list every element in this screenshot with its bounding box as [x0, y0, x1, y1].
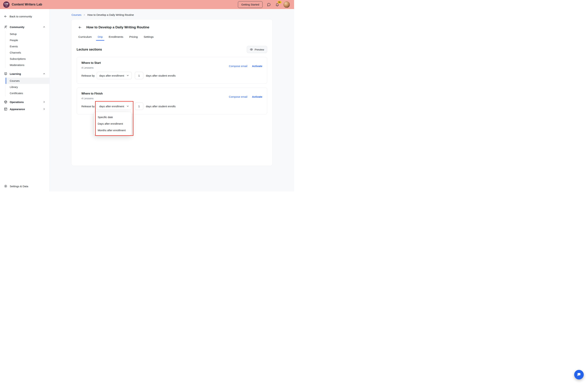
notifications-button[interactable]: 9+: [275, 2, 280, 7]
sidebar: Back to community Community: [0, 9, 50, 191]
menu-option-months-after-enrollment[interactable]: Months after enrollment: [94, 127, 131, 134]
chevron-right-icon: [43, 108, 45, 111]
sidebar-item-events[interactable]: Events: [6, 43, 49, 49]
lecture-sections-header: Lecture sections Preview: [77, 46, 267, 53]
tab-enrollments[interactable]: Enrollments: [108, 34, 124, 41]
main-content: Courses How to Develop a Daily Writing R…: [50, 9, 294, 191]
chevron-down-icon: [126, 74, 129, 77]
sidebar-group-appearance-label: Appearance: [10, 108, 25, 111]
sidebar-item-certificates[interactable]: Certificates: [6, 90, 49, 96]
days-suffix-label: days after student enrolls: [146, 74, 176, 77]
lecture-section-where-to-finish: Where to FInish 4 Lessons Compose email …: [77, 88, 267, 114]
section-title: Where to Start: [82, 61, 101, 65]
chevron-up-icon: [43, 72, 45, 75]
settings-and-data-label: Settings & Data: [10, 185, 28, 188]
back-button[interactable]: [78, 25, 82, 29]
sidebar-item-library[interactable]: Library: [6, 84, 49, 90]
sidebar-group-appearance[interactable]: Appearance: [0, 106, 49, 113]
activate-link[interactable]: Activate: [252, 95, 262, 98]
activate-link[interactable]: Activate: [252, 65, 262, 68]
sidebar-group-community-label: Community: [10, 25, 24, 28]
community-items: Setup People Events Channels Subscriptio…: [5, 31, 49, 68]
course-header: How to Develop a Daily Writing Routine: [77, 25, 267, 29]
back-to-community-link[interactable]: Back to community: [0, 14, 49, 19]
chevron-right-icon: [83, 14, 85, 16]
top-header: CW Lab Content Writers Lab Getting Start…: [0, 0, 294, 9]
sidebar-nav: Community Setup People Events Channels S…: [0, 23, 49, 181]
community-icon: [4, 25, 7, 29]
sidebar-group-learning[interactable]: Learning: [0, 70, 49, 77]
header-actions: Getting Started 9+: [238, 1, 290, 8]
sidebar-item-channels[interactable]: Channels: [6, 49, 49, 56]
breadcrumb-courses-link[interactable]: Courses: [72, 13, 82, 16]
user-avatar[interactable]: [283, 1, 290, 8]
tab-drip[interactable]: Drip: [97, 34, 103, 41]
days-input[interactable]: [135, 72, 143, 79]
learning-items: Courses Library Certificates: [5, 78, 49, 96]
section-lessons-count: 4 Lessons: [82, 97, 103, 100]
tab-settings[interactable]: Settings: [143, 34, 154, 41]
chevron-up-icon: [43, 25, 45, 28]
chevron-right-icon: [43, 101, 45, 103]
getting-started-button[interactable]: Getting Started: [238, 1, 263, 8]
eye-icon: [250, 48, 253, 51]
days-input[interactable]: [135, 103, 143, 110]
sidebar-item-people[interactable]: People: [6, 37, 49, 43]
compose-email-link[interactable]: Compose email: [229, 95, 247, 98]
course-card: How to Develop a Daily Writing Routine C…: [71, 19, 273, 166]
breadcrumb: Courses How to Develop a Daily Writing R…: [71, 13, 273, 16]
logo-subtext: Lab: [5, 5, 7, 6]
sidebar-item-moderations[interactable]: Moderations: [6, 62, 49, 68]
settings-and-data-link[interactable]: Settings & Data: [0, 181, 49, 191]
lecture-sections-title: Lecture sections: [77, 48, 102, 51]
days-suffix-label: days after student enrolls: [146, 105, 176, 108]
release-type-value: days after enrollment: [99, 105, 124, 108]
book-icon: [4, 72, 7, 75]
release-type-menu: Specific date Days after enrollment Mont…: [94, 112, 131, 135]
sidebar-item-setup[interactable]: Setup: [6, 31, 49, 37]
release-type-dropdown[interactable]: days after enrollment: [97, 72, 132, 79]
menu-option-specific-date[interactable]: Specific date: [94, 114, 131, 120]
sidebar-group-community[interactable]: Community: [0, 23, 49, 30]
community-logo[interactable]: CW Lab: [3, 1, 10, 8]
cube-icon: [4, 100, 7, 104]
lecture-section-where-to-start: Where to Start 4 Lessons Compose email A…: [77, 57, 267, 84]
community-title: Content Writers Lab: [12, 3, 42, 6]
release-type-value: days after enrollment: [99, 74, 124, 77]
layout-icon: [4, 107, 7, 111]
arrow-left-icon: [4, 15, 7, 18]
compose-email-link[interactable]: Compose email: [229, 65, 247, 68]
section-title: Where to FInish: [82, 92, 103, 95]
section-lessons-count: 4 Lessons: [82, 66, 101, 69]
release-type-dropdown-wrap: days after enrollment Specific date Days…: [97, 103, 132, 110]
notification-count-badge: 9+: [278, 1, 281, 4]
logo-text: CW: [4, 3, 8, 5]
back-to-community-label: Back to community: [10, 15, 32, 18]
menu-option-days-after-enrollment[interactable]: Days after enrollment: [94, 120, 131, 127]
chat-bubble-icon: [267, 3, 271, 7]
chevron-down-icon: [126, 105, 129, 108]
tab-curriculum[interactable]: Curriculum: [78, 34, 92, 41]
preview-button[interactable]: Preview: [247, 46, 267, 53]
tab-pricing[interactable]: Pricing: [129, 34, 138, 41]
sidebar-group-operations-label: Operations: [10, 101, 24, 104]
sidebar-group-operations[interactable]: Operations: [0, 98, 49, 106]
sidebar-item-courses[interactable]: Courses: [6, 78, 49, 84]
gear-icon: [4, 184, 7, 188]
sidebar-group-learning-label: Learning: [10, 72, 21, 75]
arrow-left-icon: [78, 25, 82, 29]
brand: CW Lab Content Writers Lab: [3, 1, 42, 8]
preview-label: Preview: [254, 48, 264, 51]
release-by-label: Release by: [82, 74, 95, 77]
page-title: How to Develop a Daily Writing Routine: [86, 25, 149, 29]
messages-button[interactable]: [266, 2, 271, 7]
release-type-dropdown[interactable]: days after enrollment: [97, 103, 132, 110]
release-by-label: Release by: [82, 105, 95, 108]
sidebar-item-subscriptions[interactable]: Subscriptions: [6, 56, 49, 62]
breadcrumb-current: How to Develop a Daily Writing Routine: [87, 13, 134, 16]
course-tabs: Curriculum Drip Enrollments Pricing Sett…: [77, 34, 267, 41]
